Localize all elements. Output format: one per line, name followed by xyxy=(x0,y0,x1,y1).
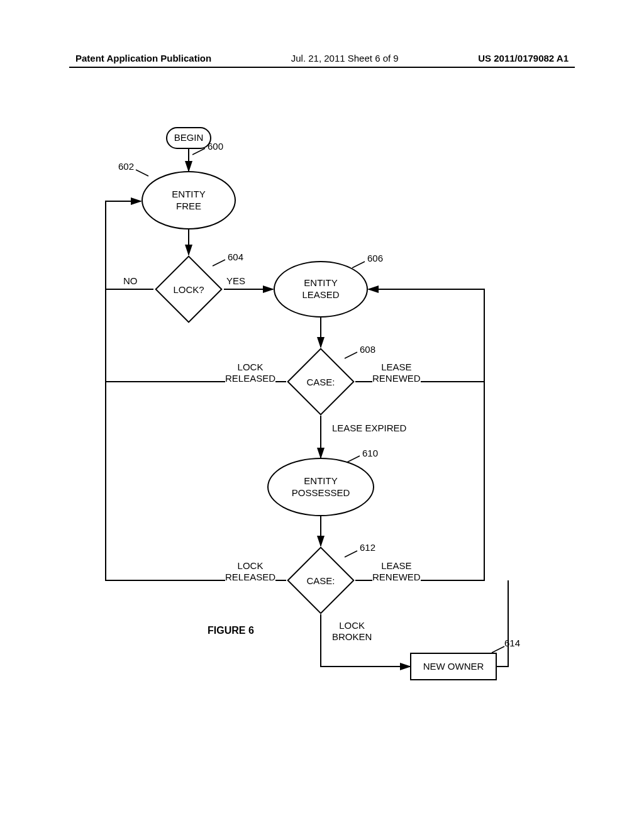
node-case2: CASE: xyxy=(286,546,355,614)
svg-line-6 xyxy=(352,262,365,268)
node-begin: BEGIN xyxy=(166,127,211,149)
node-new-owner-label: NEW OWNER xyxy=(423,661,484,673)
node-entity-possessed: ENTITY POSSESSED xyxy=(267,458,374,516)
svg-line-10 xyxy=(347,456,360,462)
node-new-owner: NEW OWNER xyxy=(410,653,497,680)
header-center: Jul. 21, 2011 Sheet 6 of 9 xyxy=(291,53,399,64)
header-right: US 2011/0179082 A1 xyxy=(478,53,569,64)
edge-lock-released-2: LOCK RELEASED xyxy=(225,560,275,583)
edge-lock-broken: LOCK BROKEN xyxy=(332,620,372,643)
node-begin-label: BEGIN xyxy=(174,132,204,144)
edge-lease-expired: LEASE EXPIRED xyxy=(332,423,406,434)
node-entity-possessed-label: ENTITY POSSESSED xyxy=(292,475,350,499)
ref-600: 600 xyxy=(208,141,223,152)
header-left: Patent Application Publication xyxy=(75,53,211,64)
node-entity-free-label: ENTITY FREE xyxy=(172,189,205,213)
header-divider xyxy=(69,67,575,68)
node-case1-label: CASE: xyxy=(306,377,335,387)
connectors xyxy=(0,113,644,742)
ref-606: 606 xyxy=(367,253,383,263)
edge-lock-released-1: LOCK RELEASED xyxy=(225,362,275,384)
ref-604: 604 xyxy=(228,252,243,262)
ref-608: 608 xyxy=(360,344,375,355)
ref-614: 614 xyxy=(504,638,520,648)
node-entity-leased: ENTITY LEASED xyxy=(274,261,368,318)
node-lock-decision-label: LOCK? xyxy=(173,284,204,295)
ref-602: 602 xyxy=(118,161,134,172)
edge-yes: YES xyxy=(226,275,245,287)
flowchart: BEGIN ENTITY FREE LOCK? ENTITY LEASED CA… xyxy=(0,113,644,742)
figure-label: FIGURE 6 xyxy=(208,625,254,636)
edge-no: NO xyxy=(123,275,138,287)
ref-612: 612 xyxy=(360,542,375,553)
ref-610: 610 xyxy=(362,448,378,458)
svg-line-13 xyxy=(492,646,504,653)
node-lock-decision: LOCK? xyxy=(153,255,224,323)
node-entity-free: ENTITY FREE xyxy=(142,171,236,230)
node-case1: CASE: xyxy=(286,348,355,416)
node-entity-leased-label: ENTITY LEASED xyxy=(302,277,339,301)
edge-lease-renewed-2: LEASE RENEWED xyxy=(372,560,421,583)
svg-line-2 xyxy=(136,170,148,176)
node-case2-label: CASE: xyxy=(306,575,335,586)
svg-line-1 xyxy=(192,148,205,155)
edge-lease-renewed-1: LEASE RENEWED xyxy=(372,362,421,384)
page-header: Patent Application Publication Jul. 21, … xyxy=(0,53,644,64)
